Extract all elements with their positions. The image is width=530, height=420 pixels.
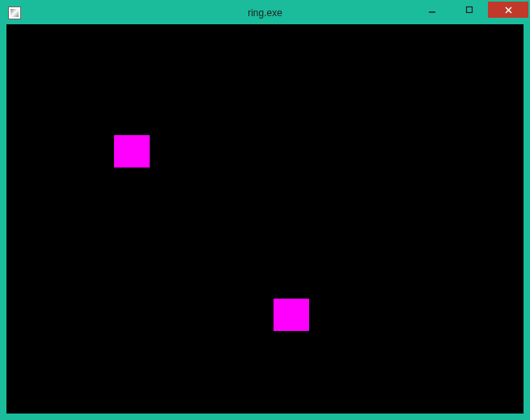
maximize-button[interactable] (451, 2, 488, 18)
game-sprite (114, 135, 150, 168)
maximize-icon (465, 6, 473, 14)
close-icon (504, 6, 513, 15)
app-window: ring.exe (0, 0, 530, 420)
svg-rect-1 (467, 7, 473, 13)
game-canvas[interactable] (6, 24, 524, 414)
titlebar[interactable]: ring.exe (2, 2, 528, 24)
game-sprite (273, 299, 309, 331)
app-icon (8, 6, 21, 19)
window-controls (413, 2, 528, 24)
minimize-button[interactable] (413, 2, 451, 18)
close-button[interactable] (488, 2, 528, 18)
minimize-icon (428, 6, 436, 14)
